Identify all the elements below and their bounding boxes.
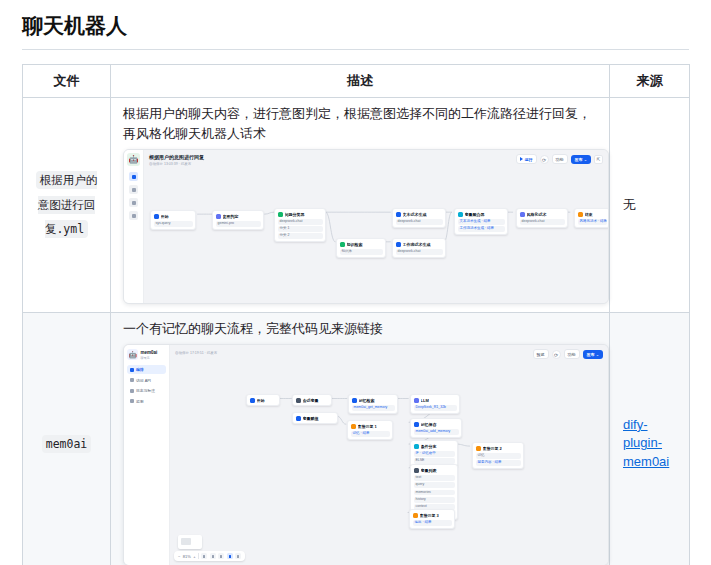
sidebar-item-orchestrate[interactable]: 编排 [127,365,166,374]
workflow-node[interactable]: 变量聚合器文本话术生成 · 结果工作流话术生成 · 结果 [454,208,508,235]
orchestrate-icon[interactable] [129,172,138,181]
sidebar-item-monitor[interactable]: 监测 [127,397,166,406]
node-type-icon [458,212,463,217]
document-page: 聊天机器人 文件 描述 来源 根据用户的意图进行回复.yml 根据用户的聊天内容… [0,0,711,565]
orchestrate-icon [130,368,134,372]
node-row: query [414,482,455,488]
sidebar-item-api[interactable]: 访问 API [127,376,166,385]
workflow-node[interactable]: 文本话术生成deepseek-chat [392,208,446,227]
col-header-description: 描述 [111,65,610,98]
node-title: 直接回复 1 [358,424,377,429]
workflow-node[interactable]: 工作流话术生成deepseek-chat [392,238,446,257]
divider [198,553,199,559]
monitor-icon[interactable] [129,211,138,220]
workflow-node[interactable]: 开始sys.query [150,210,196,229]
node-title: 开始 [161,214,169,219]
app-icon[interactable]: 🤖 [127,153,140,166]
api-access-icon[interactable] [129,185,138,194]
workflow-node[interactable]: 问题分类器deepseek-chat分类 1分类 2 [274,208,326,242]
workflow-node[interactable]: 意图判定gemini-pro [212,210,264,229]
node-row: deepseek-chat [278,219,323,225]
node-row: 知识库 [340,249,383,255]
node-row: IF · 记忆命中 [414,451,455,457]
workflow-edges [124,345,608,565]
logs-icon [130,389,134,393]
workflow-node[interactable]: 风格化话术deepseek-chat [516,208,568,227]
node-title: 文本话术生成 [403,212,427,217]
app-header: 🤖 mem0ai 聊天流 [127,349,166,360]
node-row: deepseek-chat [396,219,443,225]
workflow-node[interactable]: 直接回复 2记忆回复内容 · 结果 [472,442,524,469]
node-title: 意图判定 [223,214,239,219]
workflow-node[interactable]: 知识检索知识库 [336,238,386,257]
file-code: 根据用户的意图进行回复.yml [36,171,98,238]
node-title: 知识检索 [347,242,363,247]
app-name: mem0ai [141,350,158,355]
node-type-icon [250,398,255,403]
col-header-file: 文件 [23,65,111,98]
monitor-icon [130,399,134,403]
node-row: deepseek-chat [396,249,443,255]
node-type-icon [414,422,419,427]
sidebar-item-logs[interactable]: 日志与标注 [127,386,166,395]
workflow-node[interactable]: 记忆保存mem0ai_add_memory [410,418,462,437]
workflow-node[interactable]: 直接回复 3输出 · 结果 [409,509,455,528]
node-title: 变量赋值 [303,416,319,421]
minimap[interactable] [178,535,202,549]
workflow-node[interactable]: 开始 [246,394,280,406]
node-row: 文本话术生成 · 结果 [458,219,505,225]
workflow-node[interactable]: LLMDeepSeek_R1_32b [410,394,460,413]
node-type-icon [520,212,525,217]
zoom-in-icon[interactable]: + [193,554,195,559]
node-title: 开始 [257,398,265,403]
node-title: 变量聚合器 [465,212,485,217]
workflow-node[interactable]: 会话变量 [292,394,332,406]
node-type-icon [340,242,345,247]
workflow-node[interactable]: 记忆检索mem0ai_get_memory [348,394,398,413]
redo-icon[interactable] [218,553,224,559]
node-title: 记忆检索 [359,398,375,403]
node-type-icon [352,398,357,403]
api-icon [130,378,134,382]
node-type-icon [396,212,401,217]
node-type-icon [413,513,418,518]
node-title: 风格化话术 [527,212,547,217]
node-row: ELSE [414,458,455,464]
node-row: mem0ai_get_memory [352,405,395,411]
node-type-icon [296,416,301,421]
app-icon: 🤖 [127,349,138,360]
node-row: 风格化话术 · 结果 [578,219,607,225]
node-row: DeepSeek_R1_32b [414,405,457,411]
node-type-icon [476,446,481,451]
node-type-icon [154,214,159,219]
file-cell: 根据用户的意图进行回复.yml [23,98,111,313]
node-type-icon [396,242,401,247]
zoom-level: 81% [183,554,191,559]
source-text: 无 [623,197,636,212]
zoom-out-icon[interactable]: − [178,554,180,559]
organize-icon[interactable] [235,553,241,559]
workflow-screenshot-mem0ai: 🤖 mem0ai 聊天流 编排 访问 API 日志与标注 监测 [123,344,609,565]
files-table: 文件 描述 来源 根据用户的意图进行回复.yml 根据用户的聊天内容，进行意图判… [22,64,690,565]
workflow-node[interactable]: 变量赋值 [292,412,338,424]
node-title: 直接回复 3 [420,513,439,518]
page-title: 聊天机器人 [22,12,689,50]
node-title: 会话变量 [303,398,319,403]
fit-view-icon[interactable] [201,553,207,559]
source-cell: 无 [610,98,690,313]
workflow-node[interactable]: 直接回复 1记忆 · 结果 [347,420,393,439]
workflow-node[interactable]: 条件分支IF · 记忆命中ELSE [410,440,458,467]
node-row: deepseek-chat [520,219,565,225]
node-row: 工作流话术生成 · 结果 [458,226,505,232]
node-row: 输出 · 结果 [413,520,452,526]
undo-icon[interactable] [210,553,216,559]
minimap-toggle-icon[interactable] [227,553,233,559]
source-link[interactable]: dify-plugin-mem0ai [623,417,669,470]
logs-icon[interactable] [129,198,138,207]
node-type-icon [414,398,419,403]
workflow-node[interactable]: 结束风格化话术 · 结果 [574,208,609,227]
node-title: 变量列表 [421,468,437,473]
node-title: 问题分类器 [285,212,305,217]
table-header-row: 文件 描述 来源 [23,65,690,98]
node-title: LLM [421,398,429,403]
